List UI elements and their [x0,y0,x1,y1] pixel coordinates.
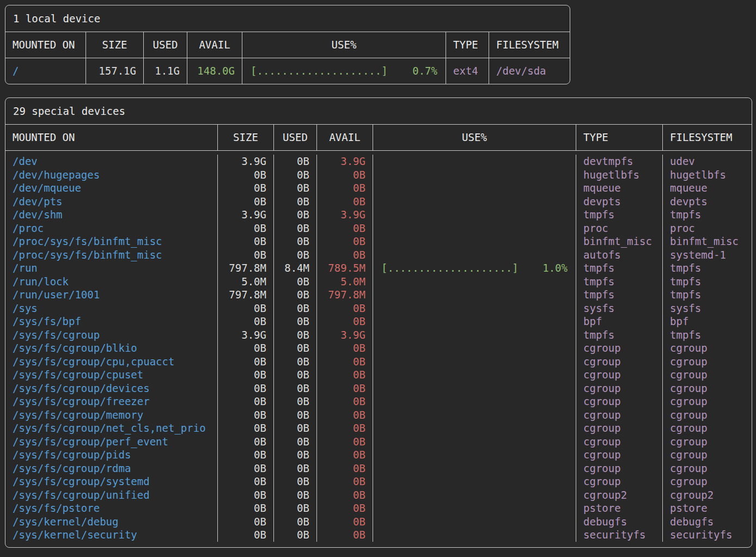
column-header-type: TYPE [576,125,663,150]
size-cell: 5.0M [218,275,274,289]
filesystem-cell: tmpfs [663,261,752,275]
column-header-mounted: MOUNTED ON [5,125,218,150]
column-header-avail: AVAIL [317,125,373,150]
size-cell: 0B [218,341,274,355]
usage-cell [373,168,576,182]
table-row: /sys/fs/cgroup/memory0B0B0Bcgroupcgroup [5,408,752,422]
size-cell: 0B [218,382,274,395]
avail-cell: 0B [317,195,373,209]
filesystem-cell: debugfs [663,515,752,529]
usage-percent: 0.7% [412,58,437,84]
used-cell: 0B [274,515,317,529]
mount-point-cell: /proc [5,222,218,235]
column-header-use: USE% [242,32,446,58]
terminal-screen: 1 local device MOUNTED ONSIZEUSEDAVAILUS… [0,0,756,553]
usage-cell [373,181,576,195]
filesystem-cell: tmpfs [663,208,752,222]
mount-point-cell: /sys/fs/cgroup/freezer [5,395,218,408]
usage-cell [373,155,576,168]
type-cell: proc [576,222,663,235]
mount-point-cell: /sys/fs/pstore [5,501,218,515]
mount-point-cell: /dev [5,155,218,168]
type-cell: cgroup [576,368,663,382]
size-cell: 0B [218,501,274,515]
type-cell: mqueue [576,181,663,195]
used-cell: 0B [274,435,317,449]
mount-point-cell: /sys [5,302,218,315]
used-cell: 0B [274,235,317,248]
avail-cell: 0B [317,168,373,182]
used-cell: 0B [274,488,317,502]
size-cell: 3.9G [218,155,274,168]
filesystem-cell: tmpfs [663,275,752,289]
filesystem-cell: cgroup [663,382,752,395]
usage-bar: [....................] [251,58,388,84]
type-cell: hugetlbfs [576,168,663,182]
column-header-size: SIZE [218,125,274,150]
table-row: /sys/fs/cgroup/rdma0B0B0Bcgroupcgroup [5,462,752,475]
type-cell: sysfs [576,302,663,315]
used-cell: 0B [274,208,317,222]
table-row: /sys0B0B0Bsysfssysfs [5,302,752,315]
size-cell: 3.9G [218,208,274,222]
used-cell: 0B [274,475,317,488]
usage-cell [373,435,576,449]
used-cell: 0B [274,195,317,209]
used-cell: 0B [274,222,317,235]
type-cell: cgroup2 [576,488,663,502]
filesystem-cell: cgroup [663,475,752,488]
mount-point-cell: /sys/fs/cgroup/perf_event [5,435,218,449]
usage-cell [373,515,576,529]
size-cell: 0B [218,475,274,488]
avail-cell: 0B [317,462,373,475]
usage-cell: [....................]0.7% [242,58,446,84]
table-body: /157.1G1.1G148.0G[....................]0… [5,58,570,84]
usage-cell [373,528,576,542]
table-row: /sys/fs/cgroup/devices0B0B0Bcgroupcgroup [5,382,752,395]
table-row: /proc/sys/fs/binfmt_misc0B0B0Bautofssyst… [5,248,752,262]
usage-cell [373,208,576,222]
usage-cell [373,488,576,502]
used-cell: 1.1G [144,58,187,84]
usage-cell [373,355,576,369]
usage-cell [373,501,576,515]
size-cell: 0B [218,528,274,542]
column-header-avail: AVAIL [187,32,242,58]
type-cell: cgroup [576,395,663,408]
type-cell: devpts [576,195,663,209]
column-header-used: USED [274,125,317,150]
table-row: /proc/sys/fs/binfmt_misc0B0B0Bbinfmt_mis… [5,235,752,248]
used-cell: 0B [274,528,317,542]
usage-cell [373,302,576,315]
filesystem-cell: cgroup2 [663,488,752,502]
usage-cell [373,462,576,475]
table-row: /sys/fs/cgroup/perf_event0B0B0Bcgroupcgr… [5,435,752,449]
table-row: /run/user/1001797.8M0B797.8Mtmpfstmpfs [5,288,752,302]
avail-cell: 0B [317,528,373,542]
table-row: /sys/fs/cgroup/cpuset0B0B0Bcgroupcgroup [5,368,752,382]
table-row: /sys/fs/pstore0B0B0Bpstorepstore [5,501,752,515]
size-cell: 0B [218,235,274,248]
type-cell: cgroup [576,475,663,488]
mount-point-cell: /sys/fs/cgroup/cpu,cpuacct [5,355,218,369]
type-cell: cgroup [576,448,663,462]
avail-cell: 0B [317,368,373,382]
size-cell: 0B [218,168,274,182]
avail-cell: 0B [317,515,373,529]
filesystem-cell: devpts [663,195,752,209]
filesystem-cell: cgroup [663,462,752,475]
avail-cell: 0B [317,341,373,355]
table-row: /dev3.9G0B3.9Gdevtmpfsudev [5,155,752,168]
filesystem-cell: udev [663,155,752,168]
usage-percent: 1.0% [542,261,568,275]
size-cell: 3.9G [218,328,274,342]
type-cell: pstore [576,501,663,515]
table-row: /sys/kernel/security0B0B0Bsecurityfssecu… [5,528,752,542]
size-cell: 0B [218,181,274,195]
column-header-fs: FILESYSTEM [663,125,752,150]
mount-point-cell: /sys/fs/bpf [5,315,218,328]
size-cell: 0B [218,368,274,382]
used-cell: 0B [274,462,317,475]
used-cell: 0B [274,501,317,515]
avail-cell: 0B [317,248,373,262]
